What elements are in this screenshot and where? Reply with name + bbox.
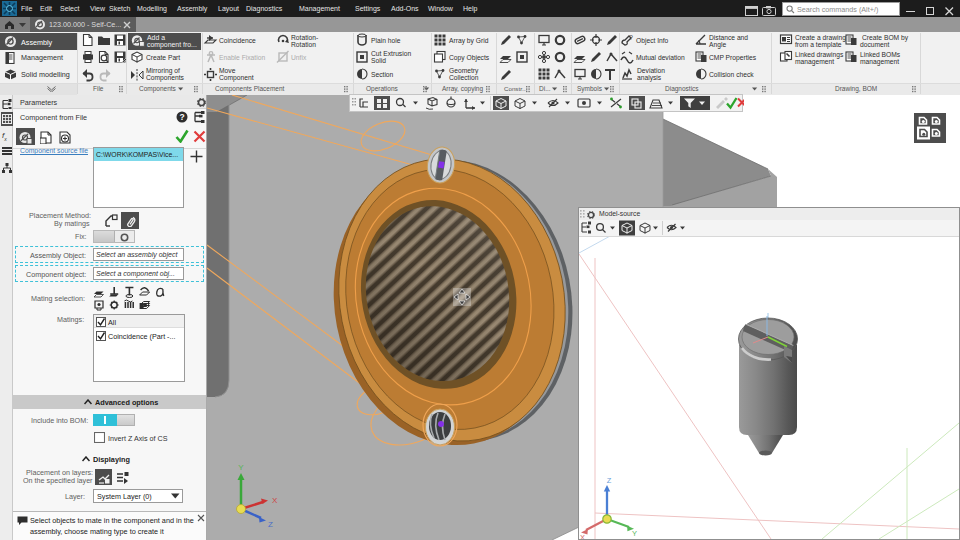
svg-text:X: X	[272, 496, 278, 505]
svg-text:Y: Y	[238, 463, 244, 472]
svg-text:Z: Z	[268, 520, 273, 529]
svg-text:?: ?	[629, 34, 633, 41]
svg-text:X: X	[580, 533, 585, 539]
svg-text:Z: Z	[607, 476, 612, 485]
svg-text:Y: Y	[632, 529, 637, 538]
svg-text:?: ?	[179, 112, 184, 122]
